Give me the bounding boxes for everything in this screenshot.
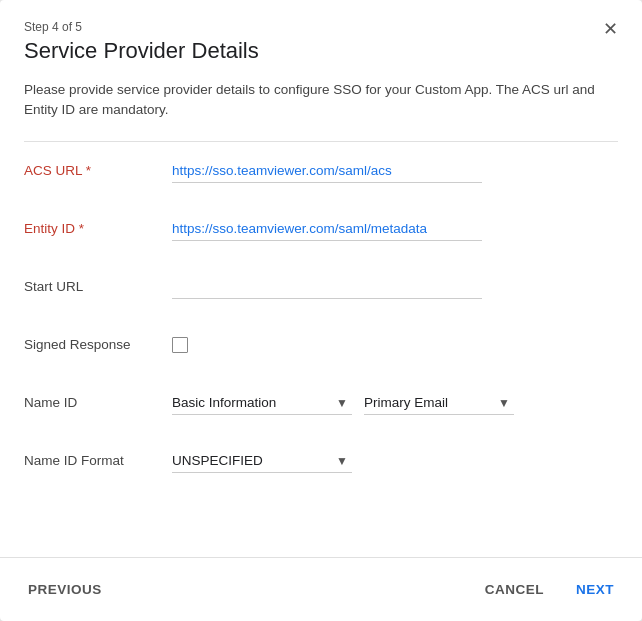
signed-response-checkbox-wrap	[172, 337, 188, 353]
entity-id-row: Entity ID *	[24, 210, 618, 248]
name-id-secondary-dropdown-wrap: Primary Email ▼	[364, 391, 514, 415]
acs-url-label: ACS URL *	[24, 163, 172, 178]
name-id-format-row: Name ID Format UNSPECIFIED ▼	[24, 442, 618, 480]
dialog-footer: PREVIOUS CANCEL NEXT	[0, 557, 642, 621]
name-id-row: Name ID Basic Information ▼ Primary Emai…	[24, 384, 618, 422]
name-id-label: Name ID	[24, 395, 172, 410]
service-provider-dialog: Step 4 of 5 Service Provider Details ✕ P…	[0, 0, 642, 621]
step-label: Step 4 of 5	[24, 20, 618, 34]
name-id-format-select[interactable]: UNSPECIFIED	[172, 449, 352, 473]
dialog-description: Please provide service provider details …	[0, 80, 642, 141]
acs-url-row: ACS URL *	[24, 152, 618, 190]
next-button[interactable]: NEXT	[572, 574, 618, 605]
form-body: ACS URL * Entity ID * Start URL Signed R…	[0, 142, 642, 558]
name-id-dropdowns: Basic Information ▼ Primary Email ▼	[172, 391, 514, 415]
entity-id-label: Entity ID *	[24, 221, 172, 236]
name-id-dropdown-wrap: Basic Information ▼	[172, 391, 352, 415]
previous-button[interactable]: PREVIOUS	[24, 574, 106, 605]
acs-url-input[interactable]	[172, 159, 482, 183]
dialog-title: Service Provider Details	[24, 38, 618, 64]
start-url-input[interactable]	[172, 275, 482, 299]
acs-url-input-wrap	[172, 159, 618, 183]
signed-response-label: Signed Response	[24, 337, 172, 352]
signed-response-row: Signed Response	[24, 326, 618, 364]
dialog-header: Step 4 of 5 Service Provider Details ✕	[0, 0, 642, 80]
name-id-secondary-select[interactable]: Primary Email	[364, 391, 514, 415]
close-button[interactable]: ✕	[599, 16, 622, 42]
entity-id-input[interactable]	[172, 217, 482, 241]
start-url-input-wrap	[172, 275, 618, 299]
start-url-label: Start URL	[24, 279, 172, 294]
entity-id-input-wrap	[172, 217, 618, 241]
cancel-button[interactable]: CANCEL	[481, 574, 548, 605]
footer-right: CANCEL NEXT	[481, 574, 618, 605]
name-id-format-label: Name ID Format	[24, 453, 172, 468]
name-id-select[interactable]: Basic Information	[172, 391, 352, 415]
name-id-format-dropdown-wrap: UNSPECIFIED ▼	[172, 449, 352, 473]
signed-response-checkbox[interactable]	[172, 337, 188, 353]
start-url-row: Start URL	[24, 268, 618, 306]
